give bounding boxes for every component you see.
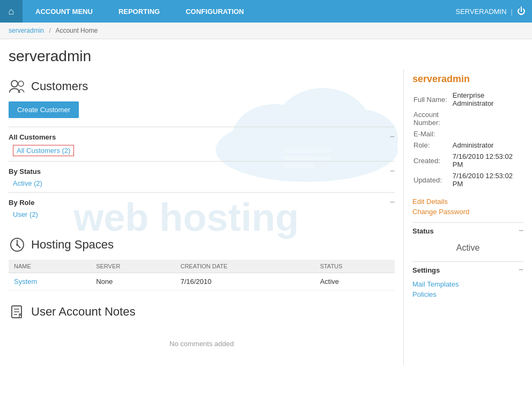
- all-customers-header: All Customers −: [9, 130, 395, 143]
- breadcrumb-account-home: Account Home: [55, 27, 98, 34]
- updated-value: 7/16/2010 12:53:02 PM: [453, 172, 522, 190]
- account-number-value: [453, 111, 522, 129]
- breadcrumb: serveradmin / Account Home: [0, 23, 532, 39]
- by-status-title: By Status: [9, 167, 41, 175]
- col-name: NAME: [9, 260, 91, 273]
- policies-link[interactable]: Policies: [412, 290, 523, 298]
- page-title: serveradmin: [0, 39, 532, 69]
- hosting-spaces-header: Hosting Spaces: [9, 236, 395, 253]
- hosting-spaces-table: NAME SERVER CREATION DATE STATUS System …: [9, 260, 395, 290]
- all-customers-section: All Customers − All Customers (2): [9, 127, 395, 161]
- created-label: Created:: [413, 152, 452, 171]
- customers-section-header: Customers: [9, 78, 395, 95]
- row-server: None: [91, 273, 175, 290]
- notes-section-header: User Account Notes: [9, 303, 395, 320]
- all-customers-collapse[interactable]: −: [390, 133, 395, 141]
- by-role-header: By Role −: [9, 196, 395, 209]
- notes-empty-message: No comments added: [9, 327, 395, 361]
- user-role-filter-item: User (2): [9, 209, 395, 220]
- fullname-value: Enterprise Administrator: [453, 91, 522, 109]
- fullname-label: Full Name:: [413, 91, 452, 109]
- profile-account-row: AccountNumber:: [413, 111, 522, 129]
- status-title: Status: [412, 227, 434, 235]
- role-label: Role:: [413, 141, 452, 151]
- all-customers-link[interactable]: All Customers (2): [13, 145, 74, 156]
- profile-email-row: E-Mail:: [413, 130, 522, 140]
- by-status-section: By Status − Active (2): [9, 161, 395, 192]
- profile-updated-row: Updated: 7/16/2010 12:53:02 PM: [413, 172, 522, 190]
- all-customers-title: All Customers: [9, 133, 56, 141]
- user-account-notes-section: User Account Notes No comments added: [9, 303, 395, 361]
- left-panel: Customers Create Customer All Customers …: [0, 69, 403, 365]
- customers-icon: [9, 78, 26, 95]
- change-password-link[interactable]: Change Password: [412, 208, 523, 216]
- nav-configuration[interactable]: CONFIGURATION: [173, 0, 257, 23]
- profile-fullname-row: Full Name: Enterprise Administrator: [413, 91, 522, 109]
- settings-collapse[interactable]: −: [519, 265, 523, 275]
- account-number-label: AccountNumber:: [413, 111, 452, 129]
- col-server: SERVER: [91, 260, 175, 273]
- by-role-section: By Role − User (2): [9, 192, 395, 223]
- user-role-link[interactable]: User (2): [13, 210, 38, 218]
- notes-title: User Account Notes: [31, 305, 135, 319]
- nav-reporting[interactable]: REPORTING: [106, 0, 173, 23]
- home-icon: ⌂: [9, 6, 14, 17]
- by-status-collapse[interactable]: −: [390, 167, 395, 175]
- status-collapse[interactable]: −: [519, 226, 523, 236]
- status-badge: Active: [412, 241, 523, 255]
- nav-items: ACCOUNT MENU REPORTING CONFIGURATION: [23, 0, 449, 23]
- settings-links: Mail Templates Policies: [412, 280, 523, 298]
- top-navigation: ⌂ ACCOUNT MENU REPORTING CONFIGURATION S…: [0, 0, 532, 23]
- status-section-header: Status −: [412, 222, 523, 238]
- updated-label: Updated:: [413, 172, 452, 190]
- profile-username: serveradmin: [412, 74, 523, 85]
- by-role-collapse[interactable]: −: [390, 198, 395, 207]
- edit-details-link[interactable]: Edit Details: [412, 198, 523, 206]
- customers-title: Customers: [31, 79, 88, 93]
- table-row: System None 7/16/2010 Active: [9, 273, 395, 290]
- hosting-spaces-title: Hosting Spaces: [31, 238, 114, 252]
- row-name: System: [9, 273, 91, 290]
- user-area: SERVERADMIN | ⏻: [449, 6, 532, 16]
- by-status-header: By Status −: [9, 165, 395, 178]
- separator: |: [511, 8, 513, 16]
- profile-table: Full Name: Enterprise Administrator Acco…: [412, 90, 523, 191]
- created-value: 7/16/2010 12:53:02 PM: [453, 152, 522, 171]
- col-status: STATUS: [315, 260, 395, 273]
- notes-icon: [9, 303, 26, 320]
- settings-title: Settings: [412, 266, 440, 274]
- svg-point-11: [18, 81, 24, 86]
- by-role-title: By Role: [9, 199, 34, 207]
- username-label: SERVERADMIN: [455, 8, 506, 16]
- right-panel: serveradmin Full Name: Enterprise Admini…: [403, 69, 532, 365]
- settings-section-header: Settings −: [412, 261, 523, 277]
- role-value: Administrator: [453, 141, 522, 151]
- breadcrumb-separator: /: [49, 27, 50, 34]
- col-creation-date: CREATION DATE: [175, 260, 314, 273]
- email-label: E-Mail:: [413, 130, 452, 140]
- system-link[interactable]: System: [14, 277, 37, 286]
- main-content: web hosting Customers Create Customer Al…: [0, 69, 532, 365]
- nav-account-menu[interactable]: ACCOUNT MENU: [23, 0, 106, 23]
- all-customers-link-item: All Customers (2): [9, 143, 395, 158]
- hosting-spaces-icon: [9, 236, 26, 253]
- row-creation-date: 7/16/2010: [175, 273, 314, 290]
- logout-button[interactable]: ⏻: [517, 6, 526, 16]
- profile-links: Edit Details Change Password: [412, 198, 523, 216]
- svg-point-10: [11, 81, 18, 87]
- hosting-spaces-section: Hosting Spaces NAME SERVER CREATION DATE…: [9, 236, 395, 290]
- create-customer-button[interactable]: Create Customer: [9, 101, 79, 118]
- breadcrumb-serveradmin[interactable]: serveradmin: [9, 27, 44, 34]
- profile-role-row: Role: Administrator: [413, 141, 522, 151]
- row-status: Active: [315, 273, 395, 290]
- svg-line-15: [17, 245, 20, 248]
- active-filter-item: Active (2): [9, 178, 395, 189]
- profile-created-row: Created: 7/16/2010 12:53:02 PM: [413, 152, 522, 171]
- active-link[interactable]: Active (2): [13, 179, 42, 187]
- mail-templates-link[interactable]: Mail Templates: [412, 280, 523, 288]
- home-button[interactable]: ⌂: [0, 0, 23, 23]
- email-value: [453, 130, 522, 140]
